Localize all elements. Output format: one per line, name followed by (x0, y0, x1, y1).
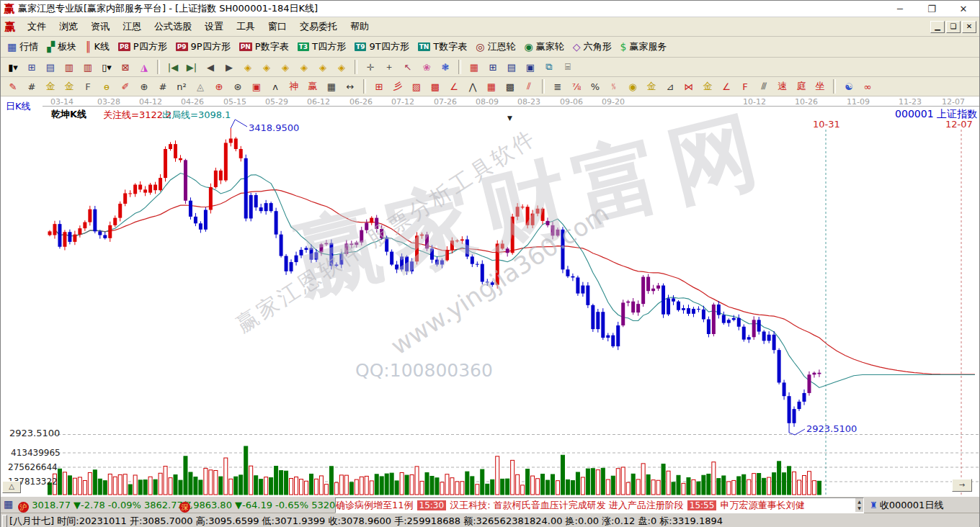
news-scroll-buttons[interactable]: ▲▼ (855, 498, 863, 512)
percent-icon[interactable]: % (587, 78, 604, 94)
menu-设置[interactable]: 设置 (198, 18, 230, 35)
diamond-right-icon[interactable]: ◈ (258, 59, 275, 75)
toolbar-p-number-table-button[interactable]: PNP数字表 (236, 38, 294, 55)
news-ticker[interactable]: 确诊病例增至11例15:30汉王科技: 首款柯氏音血压计完成研发 进入产品注册阶… (335, 497, 864, 513)
draw-pen-icon[interactable]: ✎ (4, 78, 22, 94)
goto-last-icon[interactable]: ▶| (183, 59, 200, 75)
gold-line-icon[interactable]: 金 (643, 78, 660, 94)
child-minimize-button[interactable]: ▁ (930, 21, 945, 33)
menu-文件[interactable]: 文件 (21, 18, 53, 35)
parallel-lines-icon[interactable]: ⫽ (520, 78, 538, 94)
diamond-expand-h-icon[interactable]: ◈ (277, 59, 294, 75)
scroll-right-button[interactable]: → (952, 479, 972, 492)
circle-cross-icon[interactable]: ⊕ (135, 78, 153, 94)
pattern-window-icon[interactable]: ⊞ (23, 59, 40, 75)
diamond-collapse-h-icon[interactable]: ◈ (295, 59, 313, 75)
candle-style-icon[interactable]: ▮▾ (4, 59, 22, 75)
toolbar-winner-service-button[interactable]: $赢家服务 (616, 38, 672, 55)
pattern-red-icon[interactable]: ⊠ (117, 59, 134, 75)
goto-first-icon[interactable]: |◀ (164, 59, 182, 75)
child-restore-button[interactable]: ❏ (946, 21, 961, 33)
toolbar-t-number-table-button[interactable]: TNT数字表 (414, 38, 473, 55)
trend-cross-icon[interactable]: ⋈ (680, 78, 698, 94)
spiral-icon[interactable]: ɵ (98, 78, 115, 94)
diamond-expand-v-icon[interactable]: ◈ (314, 59, 331, 75)
v-line-icon[interactable]: ⋀ (464, 78, 481, 94)
next-bar-icon[interactable]: ▶ (220, 59, 238, 75)
menu-资讯[interactable]: 资讯 (84, 18, 116, 35)
minimize-button[interactable]: ─ (884, 4, 916, 14)
toolbar-t-square-button[interactable]: T3T四方形 (294, 38, 351, 55)
restore-button[interactable]: ❐ (916, 4, 948, 14)
gold-grid-1-icon[interactable]: 金 (42, 78, 59, 94)
menu-公式选股[interactable]: 公式选股 (148, 18, 198, 35)
shen-tool-icon[interactable]: 神 (285, 78, 303, 94)
calendar-icon[interactable]: ▦ (466, 59, 483, 75)
angle-line-icon[interactable]: ∠ (445, 78, 463, 94)
percent-7-icon[interactable]: ⅞ (568, 78, 585, 94)
gann-circle-icon[interactable]: ⊕ (210, 78, 228, 94)
fan-lines-icon[interactable]: 彡 (389, 78, 406, 94)
kline-chart-canvas[interactable] (1, 96, 979, 496)
infinity-icon[interactable]: ∞ (859, 78, 876, 94)
child-close-button[interactable]: ✕ (962, 21, 976, 33)
prev-bar-icon[interactable]: ◀ (202, 59, 219, 75)
percent-under-icon[interactable]: ﹪ (605, 78, 623, 94)
menu-工具[interactable]: 工具 (230, 18, 262, 35)
toolbar-hexagon-button[interactable]: ◇六角形 (569, 38, 617, 55)
calendar-icon[interactable]: ▦ (4, 498, 13, 510)
gold-grid-2-icon[interactable]: 金 (61, 78, 78, 94)
menu-交易委托[interactable]: 交易委托 (293, 18, 344, 35)
grid-plain-icon[interactable]: # (23, 78, 40, 94)
bars-9-icon[interactable]: ▥ (79, 59, 97, 75)
gann-star-icon[interactable]: ⊛ (229, 78, 246, 94)
speed-line-icon[interactable]: ⫻ (755, 78, 772, 94)
gann-box-icon[interactable]: ▣ (248, 78, 265, 94)
zuo-line-icon[interactable]: 坐 (811, 78, 829, 94)
info-doc-icon[interactable]: ▤ (42, 59, 59, 75)
hand-tool-icon[interactable]: ✛ (362, 59, 379, 75)
width-measure-icon[interactable]: ↔ (342, 78, 359, 94)
diamond-collapse-v-icon[interactable]: ◈ (333, 59, 350, 75)
menu-帮助[interactable]: 帮助 (344, 18, 375, 35)
notes-icon[interactable]: ▤ (503, 59, 520, 75)
print-icon[interactable]: ⌸ (559, 59, 576, 75)
toolbar-quotes-button[interactable]: ▦行情 (4, 38, 43, 55)
save-icon[interactable]: ▣ (522, 59, 539, 75)
shade-box-1-icon[interactable]: ▨ (408, 78, 425, 94)
f-angle-icon[interactable]: F (736, 78, 754, 94)
grid-red-icon[interactable]: ▦ (483, 78, 500, 94)
ying-tool-icon[interactable]: 赢 (304, 78, 321, 94)
gold-angle-icon[interactable]: 金 (699, 78, 716, 94)
grid-dense-icon[interactable]: # (154, 78, 172, 94)
toolbar-sectors-button[interactable]: ▞板块 (43, 38, 81, 55)
close-button[interactable]: ✕ (948, 4, 979, 14)
calculator-icon[interactable]: ⊞ (484, 59, 502, 75)
brain-blue-icon[interactable]: ❃ (437, 59, 454, 75)
j-angle-icon[interactable]: ∠ (718, 78, 735, 94)
fibonacci-icon[interactable]: F (79, 78, 97, 94)
su-line-icon[interactable]: 速 (774, 78, 791, 94)
toolbar-9p-square-button[interactable]: P99P四方形 (172, 38, 236, 55)
brain-pink-icon[interactable]: ❀ (418, 59, 435, 75)
diamond-left-icon[interactable]: ◈ (239, 59, 257, 75)
menu-浏览[interactable]: 浏览 (53, 18, 84, 35)
toolbar-gann-wheel-button[interactable]: ◎江恩轮 (472, 38, 520, 55)
chart-area[interactable]: 03-1403-2804-1204-2605-1505-2906-1206-26… (1, 96, 979, 496)
crosshair-icon[interactable]: ＋ (380, 59, 398, 75)
brush-angle-icon[interactable]: ⊿ (662, 78, 679, 94)
draw-pen-2-icon[interactable]: ✐ (117, 78, 134, 94)
share-icon[interactable]: ⧉ (540, 59, 558, 75)
gradient-icon[interactable]: ◮ (135, 59, 153, 75)
bars-3-icon[interactable]: ▥ (61, 59, 78, 75)
gold-circle-icon[interactable]: ◉ (624, 78, 641, 94)
expand-pane-button[interactable]: △ (2, 481, 21, 493)
list-levels-icon[interactable]: ≣ (549, 78, 566, 94)
toolbar-9t-square-button[interactable]: T99T四方形 (351, 38, 414, 55)
toolbar-kline-button[interactable]: ║K线 (81, 38, 115, 55)
pointer-tool-icon[interactable]: ↖ (399, 59, 416, 75)
grid-dark-icon[interactable]: ▩ (502, 78, 519, 94)
angle-cone-icon[interactable]: ◬ (192, 78, 209, 94)
toolbar-winner-wheel-button[interactable]: ◉赢家轮 (520, 38, 569, 55)
window-split-icon[interactable]: ⊞ (370, 78, 388, 94)
